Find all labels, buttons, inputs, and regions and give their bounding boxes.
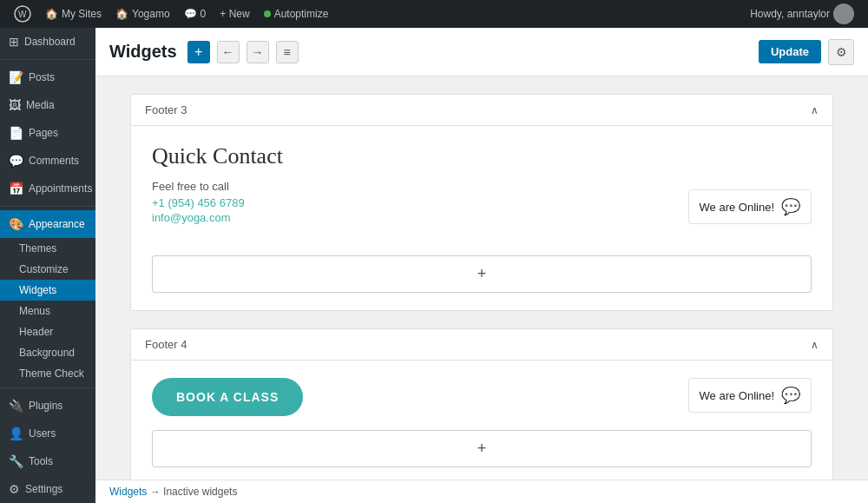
sidebar-label-users: Users xyxy=(29,427,56,440)
footer3-section: Footer 3 ∧ Quick Contact Feel free to ca… xyxy=(130,94,833,311)
sidebar-label-dashboard: Dashboard xyxy=(24,36,76,48)
breadcrumb-inactive: Inactive widgets xyxy=(163,486,237,498)
page-title: Widgets xyxy=(109,42,177,62)
sidebar-item-theme-check[interactable]: Theme Check xyxy=(0,363,95,384)
footer3-chat-label: We are Online! xyxy=(700,201,774,214)
pages-icon: 📄 xyxy=(9,126,23,140)
breadcrumb-bar: Widgets → Inactive widgets xyxy=(95,480,868,503)
sidebar-divider-1 xyxy=(0,59,95,60)
sidebar-divider-3 xyxy=(0,387,95,388)
add-icon: + xyxy=(194,44,202,60)
dashboard-icon: ⊞ xyxy=(9,35,19,49)
sidebar-item-comments[interactable]: 💬 Comments xyxy=(0,147,95,175)
new-label: + New xyxy=(220,8,249,20)
autoptimize-item[interactable]: Autoptimize xyxy=(257,0,336,28)
breadcrumb-arrow: → xyxy=(150,486,161,498)
sidebar-label-customize: Customize xyxy=(19,263,69,275)
comment-count: 0 xyxy=(201,8,207,20)
howdy-label: Howdy, anntaylor xyxy=(750,8,830,20)
footer4-chat-label: We are Online! xyxy=(700,389,774,402)
redo-icon: → xyxy=(252,45,264,59)
breadcrumb-widgets-link[interactable]: Widgets xyxy=(109,486,147,498)
sidebar-label-themes: Themes xyxy=(19,242,56,255)
sidebar-item-pages[interactable]: 📄 Pages xyxy=(0,119,95,147)
footer3-label: Footer 3 xyxy=(145,103,187,116)
footer4-chat-widget: We are Online! 💬 xyxy=(688,378,812,413)
comments-icon: 💬 xyxy=(184,8,197,20)
sidebar-label-widgets: Widgets xyxy=(19,284,56,296)
sidebar-item-header[interactable]: Header xyxy=(0,321,95,342)
autoptimize-label: Autoptimize xyxy=(274,8,329,20)
plugins-icon: 🔌 xyxy=(9,399,23,413)
my-sites-icon: 🏠 xyxy=(45,8,58,20)
sidebar-label-appearance: Appearance xyxy=(29,218,85,230)
site-name-label: Yogamo xyxy=(132,8,170,20)
redo-btn[interactable]: → xyxy=(247,41,269,63)
undo-btn[interactable]: ← xyxy=(217,41,240,63)
footer4-label: Footer 4 xyxy=(145,338,187,351)
sidebar-label-background: Background xyxy=(19,347,75,359)
add-widget-icon-btn[interactable]: + xyxy=(187,41,210,63)
book-class-button[interactable]: BOOK A CLASS xyxy=(152,378,303,416)
posts-icon: 📝 xyxy=(9,70,23,84)
wp-logo-item[interactable]: W xyxy=(7,0,38,28)
sidebar-item-widgets[interactable]: Widgets xyxy=(0,280,95,301)
footer3-header: Footer 3 ∧ xyxy=(131,95,832,126)
footer3-add-plus-icon: + xyxy=(477,265,487,283)
sidebar-item-themes[interactable]: Themes xyxy=(0,238,95,259)
sidebar-label-media: Media xyxy=(26,99,55,111)
content-area: Widgets + ← → ≡ Update ⚙ xyxy=(95,28,868,503)
header-right: Update ⚙ xyxy=(759,39,854,65)
site-name-item[interactable]: 🏠 Yogamo xyxy=(108,0,177,28)
sidebar-item-appearance[interactable]: 🎨 Appearance xyxy=(0,210,95,238)
media-icon: 🖼 xyxy=(9,98,21,112)
sidebar-label-pages: Pages xyxy=(29,127,58,139)
undo-icon: ← xyxy=(222,45,234,59)
my-sites-item[interactable]: 🏠 My Sites xyxy=(38,0,108,28)
svg-text:W: W xyxy=(18,10,27,19)
sidebar-label-settings: Settings xyxy=(25,483,62,495)
gear-button[interactable]: ⚙ xyxy=(828,39,854,65)
appearance-icon: 🎨 xyxy=(9,217,23,231)
sidebar-label-appointments: Appointments xyxy=(29,182,92,195)
footer4-header: Footer 4 ∧ xyxy=(131,329,832,361)
sidebar-label-menus: Menus xyxy=(19,305,50,317)
list-icon: ≡ xyxy=(284,45,291,59)
settings-icon: ⚙ xyxy=(9,482,20,496)
green-dot-icon xyxy=(264,10,271,17)
footer4-add-plus-icon: + xyxy=(477,440,487,458)
widgets-content: Footer 3 ∧ Quick Contact Feel free to ca… xyxy=(95,76,868,480)
new-item[interactable]: + New xyxy=(213,0,256,28)
sidebar-item-background[interactable]: Background xyxy=(0,342,95,363)
sidebar-item-settings[interactable]: ⚙ Settings xyxy=(0,475,95,503)
howdy-item[interactable]: Howdy, anntaylor xyxy=(743,3,861,24)
list-view-btn[interactable]: ≡ xyxy=(276,41,299,63)
sidebar-label-theme-check: Theme Check xyxy=(19,367,84,380)
footer4-chat-icon: 💬 xyxy=(781,386,800,405)
footer4-section: Footer 4 ∧ BOOK A CLASS We are Online! 💬 xyxy=(130,328,833,480)
sidebar-label-tools: Tools xyxy=(29,455,53,467)
sidebar-item-dashboard[interactable]: ⊞ Dashboard xyxy=(0,28,95,56)
gear-icon: ⚙ xyxy=(836,45,847,59)
page-header: Widgets + ← → ≡ Update ⚙ xyxy=(95,28,868,76)
footer3-chat-widget: We are Online! 💬 xyxy=(688,189,812,224)
footer3-add-widget-btn[interactable]: + xyxy=(152,255,812,293)
footer3-collapse-icon[interactable]: ∧ xyxy=(811,104,819,116)
sidebar-item-tools[interactable]: 🔧 Tools xyxy=(0,447,95,475)
sidebar-item-posts[interactable]: 📝 Posts xyxy=(0,63,95,91)
sidebar-item-plugins[interactable]: 🔌 Plugins xyxy=(0,392,95,420)
sidebar-item-users[interactable]: 👤 Users xyxy=(0,420,95,447)
comments-menu-icon: 💬 xyxy=(9,154,23,168)
sidebar-item-menus[interactable]: Menus xyxy=(0,301,95,321)
tools-icon: 🔧 xyxy=(9,454,23,468)
sidebar-item-appointments[interactable]: 📅 Appointments xyxy=(0,175,95,202)
footer4-add-widget-btn[interactable]: + xyxy=(152,430,812,467)
sidebar-label-posts: Posts xyxy=(29,71,55,83)
sidebar-item-customize[interactable]: Customize xyxy=(0,259,95,280)
footer4-collapse-icon[interactable]: ∧ xyxy=(811,339,819,351)
quick-contact-title: Quick Contact xyxy=(152,143,812,169)
sidebar-label-plugins: Plugins xyxy=(29,400,62,412)
comments-item[interactable]: 💬 0 xyxy=(177,0,214,28)
sidebar-item-media[interactable]: 🖼 Media xyxy=(0,91,95,119)
update-button[interactable]: Update xyxy=(759,40,821,63)
